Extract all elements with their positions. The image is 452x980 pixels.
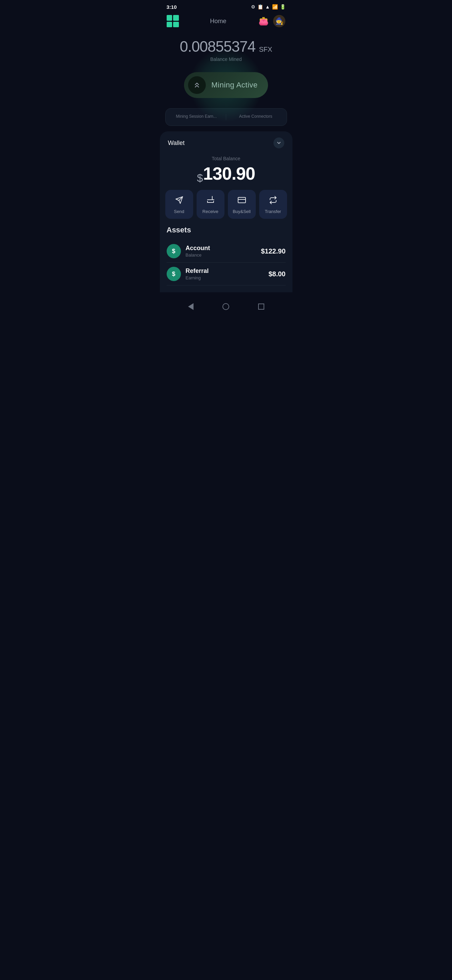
recent-nav-button[interactable] [254, 300, 268, 313]
balance-amount: 0.00855374 [180, 38, 255, 55]
receive-label: Receive [202, 209, 218, 214]
send-button[interactable]: Send [165, 190, 193, 219]
svg-rect-3 [238, 197, 246, 203]
referral-subtitle: Earning [186, 275, 209, 280]
page-title: Home [210, 18, 226, 25]
transfer-button[interactable]: Transfer [259, 190, 287, 219]
wallet-icon-button[interactable]: 👛 [257, 15, 270, 27]
buysell-icon [238, 196, 246, 206]
home-icon [222, 303, 229, 310]
qr-code-button[interactable] [167, 15, 179, 27]
chevron-down-icon [276, 140, 282, 146]
total-balance-display: $130.90 [168, 163, 284, 185]
recent-icon [258, 304, 264, 310]
balance-currency: SFX [259, 46, 273, 53]
referral-icon: $ [167, 267, 181, 281]
qr-square-1 [167, 15, 173, 21]
mining-button-text: Mining Active [211, 81, 257, 89]
battery-icon: 🔋 [280, 4, 286, 10]
status-time: 3:10 [167, 4, 177, 10]
account-icon: $ [167, 244, 181, 258]
home-nav-button[interactable] [219, 300, 233, 313]
nav-right: 👛 🧙 [257, 15, 285, 27]
back-nav-button[interactable] [184, 300, 198, 313]
referral-name: Referral [186, 267, 209, 275]
settings-icon: ⚙ [251, 4, 255, 10]
stats-divider [226, 114, 226, 120]
bottom-nav [160, 295, 292, 321]
stats-card: Mining Session Earn... Active Connectors [165, 108, 287, 126]
asset-left-referral: $ Referral Earning [167, 267, 209, 281]
receive-icon [206, 196, 215, 206]
asset-left-account: $ Account Balance [167, 244, 210, 258]
referral-info: Referral Earning [186, 267, 209, 280]
mining-active-button[interactable]: Mining Active [184, 72, 268, 98]
stats-label-2: Active Connectors [230, 114, 281, 119]
balance-label: Balance Mined [167, 56, 286, 62]
top-nav: Home 👛 🧙 [160, 12, 292, 31]
wallet-title: Wallet [168, 140, 185, 147]
total-balance-section: Total Balance $130.90 [160, 153, 292, 190]
receive-button[interactable]: Receive [197, 190, 224, 219]
assets-section: Assets $ Account Balance $122.90 $ [160, 226, 292, 285]
wifi-icon: ▲ [265, 4, 270, 10]
stats-label-1: Mining Session Earn... [171, 114, 222, 119]
asset-item-account[interactable]: $ Account Balance $122.90 [167, 240, 286, 263]
asset-item-referral[interactable]: $ Referral Earning $8.00 [167, 263, 286, 285]
send-label: Send [174, 209, 184, 214]
wallet-panel: Wallet Total Balance $130.90 Send [160, 131, 292, 292]
stats-col-2: Active Connectors [230, 114, 281, 120]
stats-col-1: Mining Session Earn... [171, 114, 222, 120]
wallet-header: Wallet [160, 131, 292, 153]
currency-symbol: $ [197, 172, 203, 184]
account-subtitle: Balance [186, 253, 210, 258]
signal-icon: 📶 [272, 4, 278, 10]
wallet-collapse-button[interactable] [273, 137, 284, 148]
total-balance-label: Total Balance [168, 156, 284, 161]
mining-icon [188, 76, 206, 94]
status-icons: ⚙ 📋 ▲ 📶 🔋 [251, 4, 286, 10]
back-icon [188, 303, 193, 310]
total-balance-amount: 130.90 [203, 164, 255, 183]
account-info: Account Balance [186, 245, 210, 258]
status-bar: 3:10 ⚙ 📋 ▲ 📶 🔋 [160, 0, 292, 12]
account-name: Account [186, 245, 210, 252]
qr-square-2 [173, 15, 179, 21]
mining-area: Mining Active [160, 65, 292, 105]
referral-value: $8.00 [268, 270, 285, 278]
account-value: $122.90 [261, 247, 285, 255]
qr-square-4 [173, 22, 179, 27]
send-icon [175, 196, 183, 206]
assets-title: Assets [167, 226, 286, 234]
clipboard-icon: 📋 [257, 4, 263, 10]
balance-section: 0.00855374 SFX Balance Mined [160, 31, 292, 65]
qr-square-3 [167, 22, 173, 27]
transfer-icon [269, 196, 277, 206]
transfer-label: Transfer [265, 209, 281, 214]
buysell-label: Buy&Sell [233, 209, 251, 214]
avatar-button[interactable]: 🧙 [273, 15, 285, 27]
action-buttons: Send Receive Buy&Sell [160, 190, 292, 226]
chevrons-up-icon [193, 81, 201, 89]
buysell-button[interactable]: Buy&Sell [228, 190, 256, 219]
balance-display: 0.00855374 SFX [167, 38, 286, 55]
